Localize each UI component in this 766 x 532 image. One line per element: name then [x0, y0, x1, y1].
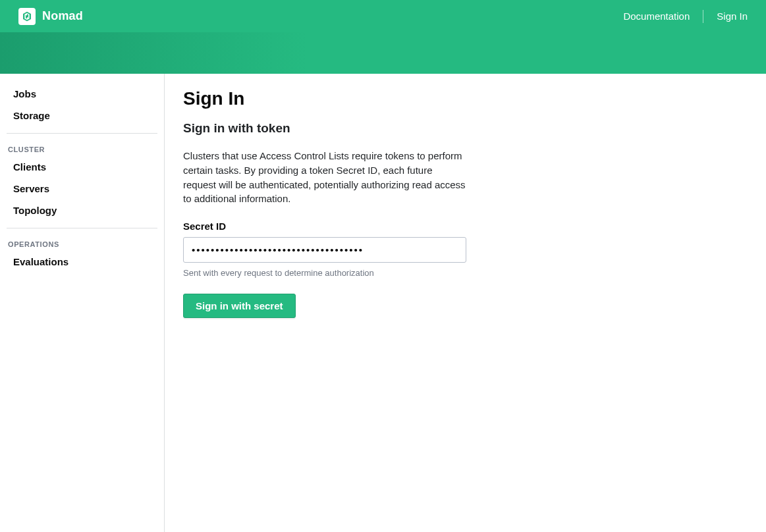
topnav-divider	[703, 10, 703, 23]
top-navbar: Nomad Documentation Sign In	[0, 0, 766, 32]
signin-submit-button[interactable]: Sign in with secret	[183, 294, 296, 318]
brand[interactable]: Nomad	[18, 8, 83, 25]
sidebar-item-servers[interactable]: Servers	[7, 178, 157, 200]
sidebar: Jobs Storage CLUSTER Clients Servers Top…	[0, 74, 165, 532]
hero-strip	[0, 32, 766, 74]
sidebar-item-evaluations[interactable]: Evaluations	[7, 251, 157, 273]
sidebar-item-storage[interactable]: Storage	[7, 105, 157, 126]
nomad-logo-icon	[18, 8, 36, 25]
secret-id-input[interactable]	[183, 237, 466, 263]
sidebar-heading-cluster: CLUSTER	[7, 140, 157, 156]
sidebar-item-jobs[interactable]: Jobs	[7, 83, 157, 105]
secret-id-hint: Sent with every request to determine aut…	[183, 268, 466, 278]
signin-form: Clusters that use Access Control Lists r…	[183, 149, 466, 318]
page-title: Sign In	[183, 88, 748, 109]
signin-link[interactable]: Sign In	[717, 11, 748, 22]
secret-id-label: Secret ID	[183, 221, 466, 232]
section-title: Sign in with token	[183, 121, 748, 136]
sidebar-separator	[7, 133, 157, 134]
sidebar-separator	[7, 228, 157, 228]
documentation-link[interactable]: Documentation	[623, 11, 690, 22]
sidebar-item-clients[interactable]: Clients	[7, 156, 157, 178]
sidebar-item-topology[interactable]: Topology	[7, 200, 157, 221]
main-content: Sign In Sign in with token Clusters that…	[165, 74, 766, 532]
brand-name: Nomad	[42, 9, 83, 23]
help-text: Clusters that use Access Control Lists r…	[183, 149, 466, 206]
sidebar-heading-operations: OPERATIONS	[7, 235, 157, 251]
topnav-right: Documentation Sign In	[623, 10, 748, 23]
